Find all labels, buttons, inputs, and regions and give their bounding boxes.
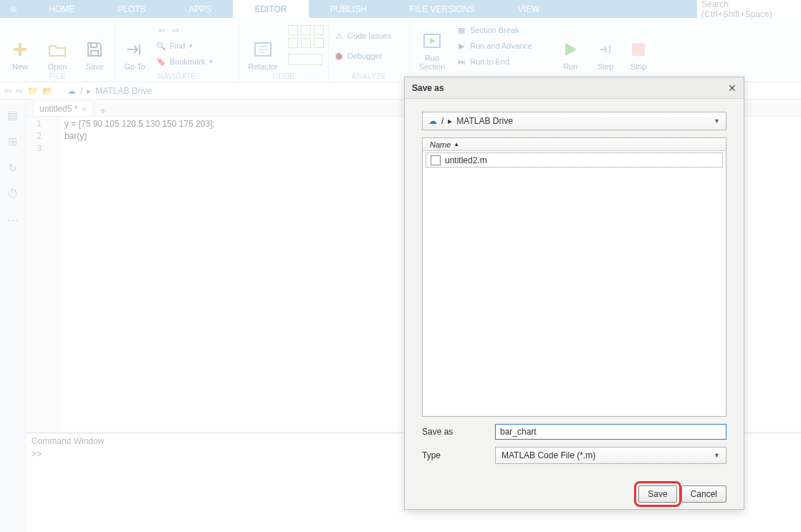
type-row: Type MATLAB Code File (*.m) ▼ (422, 447, 726, 464)
file-row[interactable]: untitled2.m (426, 153, 723, 168)
cancel-button[interactable]: Cancel (681, 485, 726, 503)
type-label: Type (422, 450, 486, 460)
file-name: untitled2.m (445, 155, 487, 165)
modal-title-text: Save as (412, 83, 444, 93)
type-select[interactable]: MATLAB Code File (*.m) ▼ (495, 447, 726, 464)
modal-path-drive: MATLAB Drive (456, 116, 512, 126)
modal-titlebar: Save as ✕ (405, 77, 744, 99)
save-as-dialog: Save as ✕ ☁ / ▸ MATLAB Drive ▼ Name ▲ un… (404, 77, 744, 510)
document-icon (431, 155, 441, 165)
modal-path-selector[interactable]: ☁ / ▸ MATLAB Drive ▼ (422, 112, 726, 130)
chevron-down-icon: ▼ (714, 117, 720, 125)
close-icon[interactable]: ✕ (728, 82, 737, 94)
col-name-label: Name (430, 140, 451, 149)
file-list: Name ▲ untitled2.m (422, 137, 726, 417)
saveas-label: Save as (422, 427, 486, 437)
modal-path-root: / (441, 116, 443, 126)
filename-input[interactable] (495, 424, 726, 440)
cloud-icon: ☁ (428, 116, 437, 126)
path-sep-icon: ▸ (448, 116, 452, 126)
save-button[interactable]: Save (638, 485, 676, 503)
file-list-header[interactable]: Name ▲ (423, 138, 726, 151)
sort-asc-icon: ▲ (454, 141, 459, 147)
modal-buttons: Save Cancel (422, 485, 726, 503)
saveas-row: Save as (422, 424, 726, 440)
type-value: MATLAB Code File (*.m) (502, 450, 595, 460)
chevron-down-icon: ▼ (714, 452, 720, 459)
